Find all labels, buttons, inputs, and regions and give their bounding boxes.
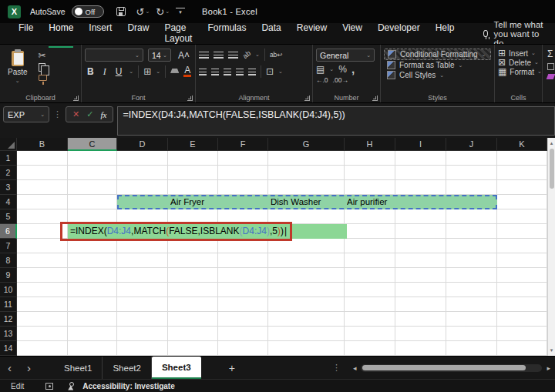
number-format-combobox[interactable]: General⌄: [316, 49, 375, 62]
format-cells-button[interactable]: ▦Format⌄: [498, 67, 539, 76]
font-size-combobox[interactable]: 14⌄: [148, 49, 171, 62]
sheet-tab-sheet3[interactable]: Sheet3: [152, 357, 201, 379]
cell-B8[interactable]: [17, 253, 68, 268]
cell-H14[interactable]: [345, 341, 395, 356]
row-header-13[interactable]: 13: [0, 327, 17, 341]
cell-F1[interactable]: [218, 151, 268, 166]
cell-E11[interactable]: [168, 297, 218, 312]
cell-F11[interactable]: [218, 297, 268, 312]
cell-K12[interactable]: [497, 312, 547, 327]
cell-I5[interactable]: [395, 209, 446, 224]
column-header-D[interactable]: D: [117, 138, 168, 151]
cell-B4[interactable]: [17, 195, 68, 209]
fill-color-button[interactable]: [170, 69, 179, 75]
row-header-5[interactable]: 5: [0, 209, 17, 224]
cell-D1[interactable]: [117, 151, 168, 166]
cell-J8[interactable]: [446, 253, 497, 268]
row-header-1[interactable]: 1: [0, 151, 17, 166]
sheet-tab-sheet1[interactable]: Sheet1: [54, 357, 103, 379]
cell-G10[interactable]: [268, 283, 345, 297]
cell-J1[interactable]: [446, 151, 497, 166]
cell-B9[interactable]: [17, 268, 68, 283]
cell-H7[interactable]: [345, 239, 395, 253]
percent-style-button[interactable]: %: [338, 65, 347, 74]
scroll-right-icon[interactable]: ▸: [547, 364, 550, 372]
align-top-button[interactable]: [199, 52, 209, 59]
row-header-11[interactable]: 11: [0, 297, 17, 312]
cell-K2[interactable]: [497, 166, 547, 180]
cell-E9[interactable]: [168, 268, 218, 283]
cell-C1[interactable]: [68, 151, 117, 166]
increase-indent-button[interactable]: [248, 69, 256, 75]
cell-J10[interactable]: [446, 283, 497, 297]
scroll-left-icon[interactable]: ◂: [353, 364, 357, 372]
sheet-tab-sheet2[interactable]: Sheet2: [103, 357, 151, 379]
cell-H12[interactable]: [345, 312, 395, 327]
number-dialog-launcher-icon[interactable]: [372, 95, 378, 101]
cell-E14[interactable]: [168, 341, 218, 356]
cell-G14[interactable]: [268, 341, 345, 356]
cell-I13[interactable]: [395, 327, 446, 341]
cell-E10[interactable]: [168, 283, 218, 297]
cell-H2[interactable]: [345, 166, 395, 180]
horizontal-scrollbar[interactable]: [361, 364, 542, 372]
save-icon[interactable]: [116, 7, 126, 16]
row-header-8[interactable]: 8: [0, 253, 17, 268]
cell-C3[interactable]: [68, 180, 117, 195]
cell-K7[interactable]: [497, 239, 547, 253]
column-header-G[interactable]: G: [268, 138, 345, 151]
cell-D14[interactable]: [117, 341, 168, 356]
formula-input[interactable]: =INDEX(D4:J4,MATCH(FALSE,ISBLANK(D4:J4),…: [117, 106, 555, 136]
comma-style-button[interactable]: ,: [352, 65, 355, 73]
align-right-button[interactable]: [224, 69, 231, 75]
cell-D3[interactable]: [117, 180, 168, 195]
clear-icon[interactable]: [547, 74, 555, 79]
cell-F12[interactable]: [218, 312, 268, 327]
cell-E8[interactable]: [168, 253, 218, 268]
cell-C14[interactable]: [68, 341, 117, 356]
wrap-text-button[interactable]: ab↩: [270, 52, 283, 59]
cell-H6[interactable]: [345, 224, 395, 239]
cell-D8[interactable]: [117, 253, 168, 268]
cell-C4[interactable]: [68, 195, 117, 209]
cancel-icon[interactable]: ✕: [72, 109, 79, 119]
cell-B11[interactable]: [17, 297, 68, 312]
cell-H9[interactable]: [345, 268, 395, 283]
cell-E3[interactable]: [168, 180, 218, 195]
row-header-7[interactable]: 7: [0, 239, 17, 253]
cell-B3[interactable]: [17, 180, 68, 195]
align-bottom-button[interactable]: [228, 52, 238, 59]
cell-G12[interactable]: [268, 312, 345, 327]
horizontal-scroll-thumb[interactable]: [362, 365, 526, 370]
cell-C13[interactable]: [68, 327, 117, 341]
cell-J13[interactable]: [446, 327, 497, 341]
scroll-down-icon[interactable]: ▾: [550, 345, 553, 356]
cell-J3[interactable]: [446, 180, 497, 195]
autosave-toggle[interactable]: Off: [72, 5, 104, 18]
cell-K8[interactable]: [497, 253, 547, 268]
cell-H10[interactable]: [345, 283, 395, 297]
row-header-6[interactable]: 6: [0, 224, 17, 239]
enter-icon[interactable]: ✓: [86, 109, 93, 119]
underline-button[interactable]: U: [113, 66, 125, 77]
cell-G3[interactable]: [268, 180, 345, 195]
cell-K3[interactable]: [497, 180, 547, 195]
cell-K10[interactable]: [497, 283, 547, 297]
cell-J6[interactable]: [446, 224, 497, 239]
cell-I9[interactable]: [395, 268, 446, 283]
next-sheet-icon[interactable]: ›: [19, 361, 39, 374]
tab-splitter-handle[interactable]: ⋮: [332, 363, 341, 373]
cell-C9[interactable]: [68, 268, 117, 283]
clipboard-dialog-launcher-icon[interactable]: [73, 95, 79, 101]
font-dialog-launcher-icon[interactable]: [187, 95, 193, 101]
cell-I6[interactable]: [395, 224, 446, 239]
cell-G1[interactable]: [268, 151, 345, 166]
cut-icon[interactable]: ✂: [39, 51, 47, 60]
cell-H11[interactable]: [345, 297, 395, 312]
cell-B14[interactable]: [17, 341, 68, 356]
cell-E1[interactable]: [168, 151, 218, 166]
cell-J14[interactable]: [446, 341, 497, 356]
cell-styles-button[interactable]: Cell Styles⌄: [384, 70, 491, 80]
cell-I1[interactable]: [395, 151, 446, 166]
cell-K13[interactable]: [497, 327, 547, 341]
